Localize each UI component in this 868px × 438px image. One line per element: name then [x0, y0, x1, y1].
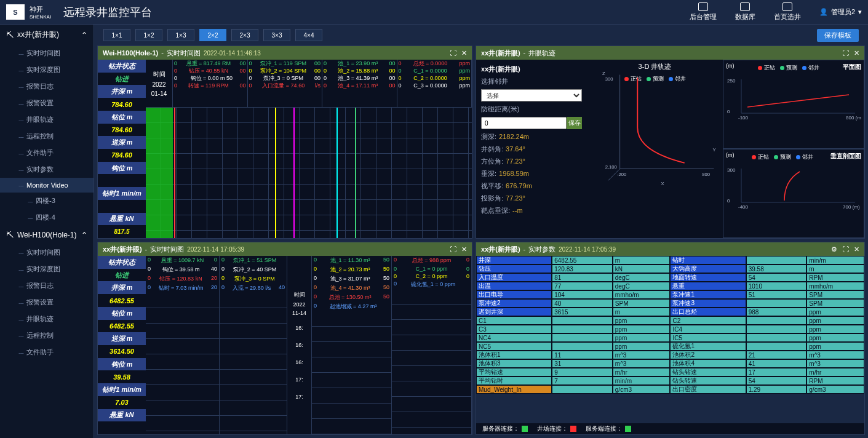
sidebar-item[interactable]: 井眼轨迹 — [0, 111, 94, 128]
status-value: 784.60 — [98, 149, 146, 162]
panel1-timestamp: 2022-01-14 11:46:13 — [204, 50, 261, 57]
time-axis-header: 时间 2022 01-14 — [146, 60, 173, 107]
layout-button[interactable]: 1×2 — [135, 29, 162, 41]
profile-view-chart[interactable]: (m)正钻预测邻井垂直剖面图 3000 -400700 (m) — [723, 149, 864, 238]
anticollision-input[interactable] — [481, 117, 567, 129]
sidebar-item[interactable]: 报警设置 — [0, 294, 94, 311]
close-icon[interactable]: ✕ — [854, 245, 859, 253]
param-row: 池体积111m^3池体积221m^3 — [476, 351, 864, 359]
sidebar-item[interactable]: 文件助手 — [0, 344, 94, 360]
expand-icon[interactable]: ⛶ — [450, 245, 456, 253]
layout-button[interactable]: 1×1 — [103, 29, 130, 41]
chevron-down-icon: ▾ — [858, 8, 862, 16]
panel-timechart-2: xx井(新井眼)-实时时间图 2022-11-14 17:05:39 ⛶ ✕ 钻… — [97, 242, 472, 435]
layout-toolbar: 1×11×21×32×22×33×34×4 保存模板 — [97, 28, 865, 42]
close-icon[interactable]: ✕ — [461, 245, 467, 253]
save-dist-button[interactable]: 保存 — [567, 117, 582, 129]
traj-field: 测深:2182.24m — [481, 132, 582, 141]
panel3-title: xx井(新井眼) — [103, 245, 142, 254]
sidebar-subitem[interactable]: 四楼-3 — [0, 193, 94, 209]
status-label: 钻井状态 — [98, 256, 146, 269]
status-label: 钻时1 min/m — [98, 187, 146, 200]
nav-admin[interactable]: 后台管理 — [690, 2, 717, 22]
layout-button[interactable]: 4×4 — [295, 29, 322, 41]
svg-text:Z: Z — [602, 71, 605, 76]
param-row: Mud_Weight_Ing/cm3出口密度1.29g/cm3 — [476, 385, 864, 394]
derrick-icon: ⛏ — [6, 231, 14, 239]
sidebar-item[interactable]: Monitor Video — [0, 178, 94, 193]
user-menu[interactable]: 👤 管理员2 ▾ — [819, 7, 862, 17]
svg-text:250: 250 — [727, 78, 736, 84]
legend-item: 预测 — [780, 64, 797, 72]
status-value: 3614.50 — [98, 345, 146, 358]
legend-item: 正钻 — [758, 64, 775, 72]
sidebar-item[interactable]: 文件助手 — [0, 145, 94, 161]
layout-button[interactable]: 1×3 — [167, 29, 194, 41]
user-icon: 👤 — [819, 8, 828, 16]
chart-track[interactable] — [146, 293, 219, 434]
layout-button[interactable]: 2×3 — [231, 29, 258, 41]
expand-icon[interactable]: ⛶ — [842, 49, 849, 57]
sidebar-item[interactable]: 实时时间图 — [0, 45, 94, 62]
well-icon — [782, 2, 792, 11]
logo-mark: S — [6, 4, 25, 20]
trajectory-3d-chart[interactable]: 3-D 井轨迹 正钻预测邻井 Z X Y 300 2,100 — [587, 60, 723, 238]
sidebar-item[interactable]: 远程控制 — [0, 327, 94, 344]
chart-track[interactable] — [392, 289, 471, 434]
close-icon[interactable]: ✕ — [461, 49, 467, 57]
sidebar-item[interactable]: 实时深度图 — [0, 62, 94, 78]
param-row: 平均钻速9m/hr钻头钻速17m/hr — [476, 368, 864, 376]
svg-text:700 (m): 700 (m) — [843, 204, 860, 210]
layout-button[interactable]: 2×2 — [199, 29, 226, 41]
traj-field: 垂深:1968.59m — [481, 169, 582, 178]
expand-icon[interactable]: ⛶ — [842, 245, 849, 253]
nav-database[interactable]: 数据库 — [735, 2, 755, 22]
sidebar-subitem[interactable]: 四楼-4 — [0, 209, 94, 226]
time-axis-header: 时间202211-14 16:16:16:17:17: — [287, 256, 312, 434]
status-value: 817.5 — [98, 225, 146, 238]
traj-field: 方位角:77.23° — [481, 157, 582, 166]
status-value: 钻进 — [98, 73, 146, 86]
svg-text:800 (m): 800 (m) — [846, 115, 861, 121]
plan-view-chart[interactable]: (m)正钻预测邻井平面图 2500 -100800 (m) — [723, 60, 864, 149]
brand-logo: S 神开 SHENKAI — [6, 4, 51, 20]
sidebar-item[interactable]: 远程控制 — [0, 128, 94, 145]
sidebar-item[interactable]: 实时时间图 — [0, 244, 94, 261]
chart-canvas-1[interactable] — [146, 108, 472, 238]
sidebar: ⛏ xx井(新井眼) ⌃ 实时时间图实时深度图报警日志报警设置井眼轨迹远程控制文… — [0, 25, 94, 438]
brand-en: SHENKAI — [30, 14, 51, 20]
chart-track[interactable] — [220, 293, 287, 434]
traj-field: 井斜角:37.64° — [481, 145, 582, 154]
chart-track[interactable] — [312, 311, 391, 434]
expand-icon[interactable]: ⛶ — [450, 49, 456, 57]
svg-text:0: 0 — [727, 109, 730, 114]
nav-wellselect[interactable]: 首页选井 — [774, 2, 801, 22]
svg-text:-400: -400 — [738, 204, 749, 210]
neighbor-well-select[interactable]: 选择 — [481, 89, 582, 102]
param-row: 迟到井深3615m出口总烃988ppm — [476, 308, 864, 316]
save-template-button[interactable]: 保存模板 — [817, 29, 859, 42]
layout-button[interactable]: 3×3 — [263, 29, 290, 41]
sidebar-item[interactable]: 报警设置 — [0, 95, 94, 111]
status-value: 7.03 — [98, 396, 146, 409]
close-icon[interactable]: ✕ — [854, 49, 859, 57]
sidebar-item[interactable]: 报警日志 — [0, 277, 94, 294]
sidebar-item[interactable]: 实时深度图 — [0, 261, 94, 277]
status-value: 钻进 — [98, 269, 146, 282]
gear-icon[interactable]: ⚙ — [831, 245, 837, 253]
chevron-up-icon: ⌃ — [81, 31, 87, 39]
well-section-1[interactable]: ⛏ xx井(新井眼) ⌃ — [0, 25, 94, 45]
status-value: 784.60 — [98, 98, 146, 111]
panel-timechart-1: Wei-H100(Hole-1)-实时时间图 2022-01-14 11:46:… — [97, 46, 472, 239]
well-section-2[interactable]: ⛏ Wei-H100(Hole-1) ⌃ — [0, 226, 94, 244]
param-row: 池体积331m^3池体积441m^3 — [476, 359, 864, 368]
sidebar-item[interactable]: 报警日志 — [0, 78, 94, 95]
status-value: 39.58 — [98, 370, 146, 383]
param-row: 出口电导104mmho/m泵冲速151SPM — [476, 290, 864, 299]
sidebar-item[interactable]: 井眼轨迹 — [0, 311, 94, 327]
legend-item: 邻井 — [802, 64, 819, 72]
chevron-up-icon: ⌃ — [81, 231, 87, 239]
traj-well-name: xx井(新井眼) — [481, 65, 520, 73]
sidebar-item[interactable]: 实时参数 — [0, 161, 94, 178]
param-row: 平均钻时7min/m钻头转速54RPM — [476, 376, 864, 385]
